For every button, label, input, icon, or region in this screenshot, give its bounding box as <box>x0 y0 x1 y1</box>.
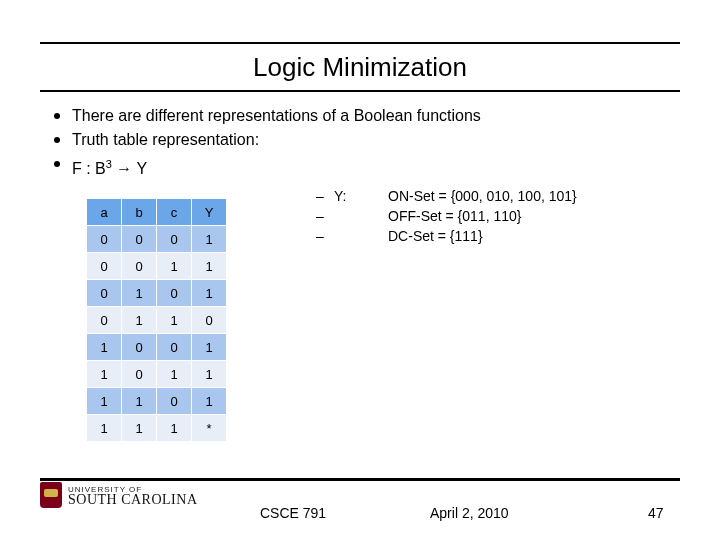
bullet-text: F : B3 → Y <box>72 160 147 177</box>
set-row: – Y: ON-Set = {000, 010, 100, 101} <box>316 186 577 206</box>
cell: 1 <box>87 415 122 442</box>
rule-top-1 <box>40 42 680 44</box>
cell: 1 <box>122 388 157 415</box>
table-row: 1 1 1 * <box>87 415 227 442</box>
dc-set-text: DC-Set = {111} <box>388 226 483 246</box>
cell: 0 <box>157 226 192 253</box>
cell: 0 <box>87 253 122 280</box>
cell: 1 <box>157 361 192 388</box>
off-set-text: OFF-Set = {011, 110} <box>388 206 521 226</box>
slide-number: 47 <box>648 505 664 521</box>
cell: 1 <box>122 280 157 307</box>
cell: 0 <box>122 361 157 388</box>
table-row: 0 1 1 0 <box>87 307 227 334</box>
slide: Logic Minimization There are different r… <box>0 0 720 540</box>
bullet-item: There are different representations of a… <box>50 104 690 128</box>
cell: 1 <box>157 253 192 280</box>
table-row: 1 0 1 1 <box>87 361 227 388</box>
table-row: 0 1 0 1 <box>87 280 227 307</box>
y-label-empty <box>334 226 388 246</box>
cell: 1 <box>192 280 227 307</box>
cell: 0 <box>157 280 192 307</box>
cell: 0 <box>87 226 122 253</box>
col-header: Y <box>192 199 227 226</box>
table-row: 1 0 0 1 <box>87 334 227 361</box>
table-row: 0 0 1 1 <box>87 253 227 280</box>
dash-icon: – <box>316 226 334 246</box>
on-set-text: ON-Set = {000, 010, 100, 101} <box>388 186 577 206</box>
cell: 1 <box>192 226 227 253</box>
cell: 1 <box>157 307 192 334</box>
crest-icon <box>40 482 62 508</box>
dash-icon: – <box>316 186 334 206</box>
cell: 1 <box>87 334 122 361</box>
table-header-row: a b c Y <box>87 199 227 226</box>
y-label-empty <box>334 206 388 226</box>
cell: 1 <box>87 388 122 415</box>
set-definitions: – Y: ON-Set = {000, 010, 100, 101} – OFF… <box>316 186 577 246</box>
slide-title: Logic Minimization <box>0 52 720 83</box>
cell: * <box>192 415 227 442</box>
set-row: – OFF-Set = {011, 110} <box>316 206 577 226</box>
dash-icon: – <box>316 206 334 226</box>
cell: 1 <box>122 415 157 442</box>
table-row: 1 1 0 1 <box>87 388 227 415</box>
bullet-list: There are different representations of a… <box>50 104 690 181</box>
bullet-item: F : B3 → Y <box>50 152 690 181</box>
truth-table: a b c Y 0 0 0 1 0 0 1 1 0 1 0 <box>86 198 227 442</box>
cell: 1 <box>192 361 227 388</box>
wordmark-bottom: SOUTH CAROLINA <box>68 495 198 505</box>
set-row: – DC-Set = {111} <box>316 226 577 246</box>
bullet-item: Truth table representation: <box>50 128 690 152</box>
cell: 0 <box>157 334 192 361</box>
table-body: 0 0 0 1 0 0 1 1 0 1 0 1 0 1 1 0 <box>87 226 227 442</box>
cell: 1 <box>192 253 227 280</box>
col-header: a <box>87 199 122 226</box>
rule-top-2 <box>40 90 680 92</box>
col-header: b <box>122 199 157 226</box>
cell: 0 <box>122 226 157 253</box>
cell: 0 <box>122 334 157 361</box>
cell: 1 <box>122 307 157 334</box>
cell: 0 <box>192 307 227 334</box>
cell: 0 <box>157 388 192 415</box>
cell: 1 <box>157 415 192 442</box>
cell: 1 <box>192 334 227 361</box>
cell: 1 <box>192 388 227 415</box>
table-row: 0 0 0 1 <box>87 226 227 253</box>
cell: 1 <box>87 361 122 388</box>
rule-bottom <box>40 478 680 481</box>
course-code: CSCE 791 <box>260 505 326 521</box>
col-header: c <box>157 199 192 226</box>
superscript: 3 <box>106 158 112 170</box>
cell: 0 <box>87 280 122 307</box>
cell: 0 <box>87 307 122 334</box>
slide-body: There are different representations of a… <box>50 104 690 181</box>
y-label: Y: <box>334 186 388 206</box>
university-logo: UNIVERSITY OF SOUTH CAROLINA <box>40 482 198 508</box>
wordmark: UNIVERSITY OF SOUTH CAROLINA <box>68 485 198 505</box>
cell: 0 <box>122 253 157 280</box>
slide-date: April 2, 2010 <box>430 505 509 521</box>
